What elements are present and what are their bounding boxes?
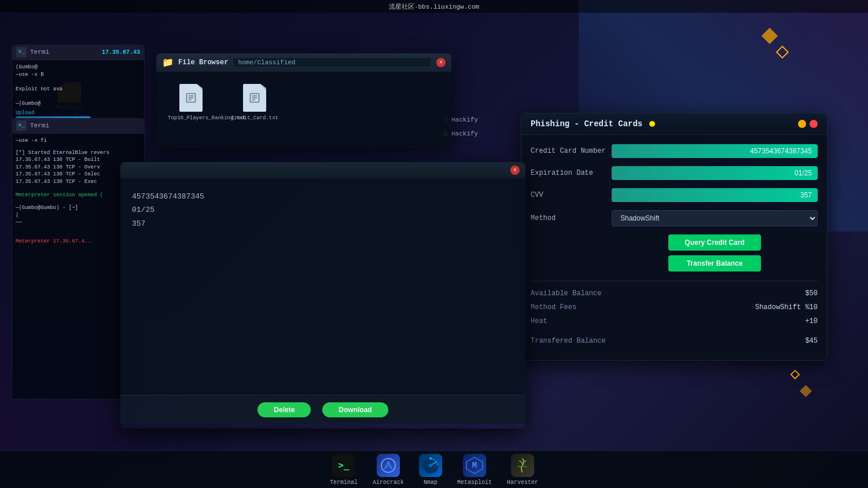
airocrack-taskbar-icon <box>377 454 400 477</box>
text-viewer-dialog: × 4573543674387345 01/25 357 Delete Down… <box>120 162 525 428</box>
t1-upload: Upload <box>16 109 141 117</box>
t1-spacer2 <box>16 93 141 100</box>
text-viewer-body[interactable]: 4573543674387345 01/25 357 <box>120 178 525 395</box>
cc-number-value-container <box>612 144 818 158</box>
cvv-value-container <box>612 188 818 202</box>
available-balance-label: Available Balance <box>531 289 601 298</box>
metasploit-taskbar-icon: M <box>463 454 486 477</box>
file-name-1: Top10_Players_Ranking.txt <box>168 115 214 121</box>
method-fees-row: Method Fees ShadowShift %10 <box>531 303 818 311</box>
expiration-input[interactable] <box>612 166 818 180</box>
svg-point-9 <box>387 464 390 467</box>
hackify-panel: Phishing - Credit Cards Credit Card Numb… <box>521 113 827 361</box>
terminal-1-icon: >_ <box>16 47 27 57</box>
terminal-2-icon: >_ <box>16 120 27 131</box>
text-viewer-titlebar: × <box>120 162 525 178</box>
expiration-label: Expiration Date <box>531 169 612 177</box>
folder-icon-titlebar: 📁 <box>162 57 174 68</box>
deco-diamond-outline-2 <box>790 370 800 380</box>
t1-spacer1 <box>16 78 141 86</box>
cvv-label: CVV <box>531 191 612 199</box>
expiration-value-container <box>612 166 818 180</box>
taskbar-item-metasploit[interactable]: M Metasploit <box>453 452 496 488</box>
transferred-balance-label: Transfered Balance <box>531 337 606 345</box>
top-bar-text: 流星社区·bbs.liuxingw.com <box>389 2 479 11</box>
harvester-taskbar-icon <box>511 454 534 477</box>
method-value-container: ShadowShift <box>612 210 818 226</box>
text-viewer-close-btn[interactable]: × <box>510 166 520 175</box>
file-browser-body: Top10_Players_Ranking.txt Credit_Card.tx… <box>156 72 451 148</box>
file-icon-2 <box>243 84 266 112</box>
method-label: Method <box>531 214 612 222</box>
method-row: Method ShadowShift <box>531 210 818 226</box>
file-browser-path[interactable]: home/Classified <box>233 57 432 68</box>
t1-line3: Exploit not ava <box>16 86 141 93</box>
top-bar: 流星社区·bbs.liuxingw.com <box>0 0 868 13</box>
svg-point-11 <box>429 464 432 467</box>
file-item-2[interactable]: Credit_Card.txt <box>231 84 278 136</box>
taskbar-item-airocrack[interactable]: Airocrack <box>368 452 409 488</box>
terminal-taskbar-icon: >_ <box>332 454 355 477</box>
cvv-row: CVV <box>531 188 818 202</box>
hackify-minimize-btn[interactable] <box>798 120 806 128</box>
t1-line1: (Gumbo@ <box>16 64 141 71</box>
hackify-label-2: Hackify <box>451 130 478 137</box>
terminal-1-titlebar: >_ Termi 17.35.67.43 <box>12 45 145 60</box>
available-balance-value: $50 <box>805 289 818 298</box>
terminal-2-titlebar: >_ Termi <box>12 118 145 133</box>
heat-value: +10 <box>805 317 818 325</box>
hackify-label-1: Hackify <box>451 116 478 123</box>
transferred-balance-value: $45 <box>805 337 818 345</box>
delete-button[interactable]: Delete <box>258 402 311 417</box>
hackify-panel-header: Phishing - Credit Cards <box>521 113 827 135</box>
deco-diamond-2 <box>800 385 812 397</box>
airocrack-taskbar-label: Airocrack <box>373 479 404 486</box>
text-content-line3: 357 <box>132 217 514 230</box>
t1-line4: —(Gumbo@ <box>16 100 141 108</box>
download-button[interactable]: Download <box>322 402 388 417</box>
taskbar: >_ Terminal Airocrack Nmap <box>0 450 868 488</box>
query-credit-card-button[interactable]: Query Credit Card <box>668 234 761 251</box>
file-name-2: Credit_Card.txt <box>231 115 278 121</box>
available-balance-row: Available Balance $50 <box>531 289 818 298</box>
terminal-2-label: Termi <box>30 122 49 129</box>
transfer-balance-button[interactable]: Transfer Balance <box>668 255 761 271</box>
file-browser-title: File Browser <box>178 58 228 67</box>
terminal-1-ip: 17.35.67.43 <box>102 49 140 56</box>
action-buttons: Query Credit Card Transfer Balance <box>531 234 818 271</box>
file-browser-titlebar: 📁 File Browser home/Classified × <box>156 53 451 72</box>
taskbar-item-harvester[interactable]: Harvester <box>502 452 543 488</box>
t2-line1: —use -x fi <box>16 137 141 145</box>
file-icon-1 <box>179 84 203 112</box>
cc-number-label: Credit Card Number <box>531 147 612 155</box>
terminal-taskbar-label: Terminal <box>330 479 358 486</box>
taskbar-item-nmap[interactable]: Nmap <box>414 452 447 488</box>
svg-text:M: M <box>472 461 477 470</box>
terminal-1-label: Termi <box>30 49 49 56</box>
cvv-input[interactable] <box>612 188 818 202</box>
hackify-close-btn[interactable] <box>810 120 818 128</box>
taskbar-item-terminal[interactable]: >_ Terminal <box>325 452 362 488</box>
t2-line2: [*] Started EternalBlue revers <box>16 149 141 157</box>
method-fees-label: Method Fees <box>531 303 576 311</box>
harvester-taskbar-label: Harvester <box>507 479 538 486</box>
file-browser-close-btn[interactable]: × <box>436 58 446 67</box>
transferred-balance-row: Transfered Balance $45 <box>531 337 818 345</box>
heat-row: Heat +10 <box>531 317 818 325</box>
text-content-line1: 4573543674387345 <box>132 190 514 203</box>
desktop: >_ Termi 17.35.67.43 (Gumbo@ —use -x B E… <box>0 13 868 453</box>
metasploit-taskbar-label: Metasploit <box>457 479 492 486</box>
cc-number-row: Credit Card Number <box>531 144 818 158</box>
text-content-line2: 01/25 <box>132 203 514 217</box>
deco-diamond-outline-1 <box>776 46 789 59</box>
method-select[interactable]: ShadowShift <box>612 210 818 226</box>
hackify-panel-content: Credit Card Number Expiration Date CVV <box>521 135 827 360</box>
svg-point-12 <box>429 457 432 460</box>
info-section: Available Balance $50 Method Fees Shadow… <box>531 281 818 345</box>
deco-diamond-1 <box>762 28 778 44</box>
nmap-taskbar-icon <box>419 454 442 477</box>
t1-line2: —use -x B <box>16 71 141 79</box>
file-item-1[interactable]: Top10_Players_Ranking.txt <box>168 84 214 136</box>
heat-label: Heat <box>531 317 547 325</box>
cc-number-input[interactable] <box>612 144 818 158</box>
